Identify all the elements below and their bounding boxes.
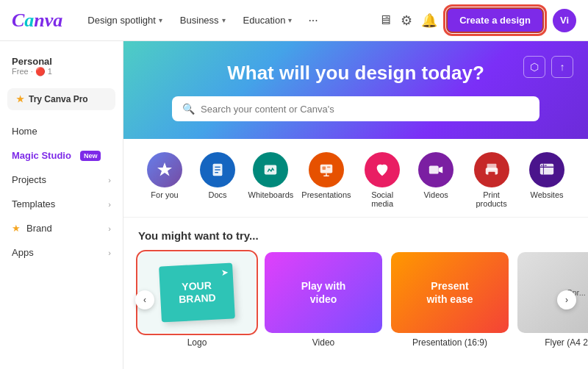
svg-rect-13 [488,172,495,176]
arrow-icon: ➤ [220,268,229,279]
suggestions-container: ‹ YOURBRAND ➤ Logo [138,252,573,348]
account-name: Personal [12,56,111,67]
chevron-right-icon: › [108,200,111,209]
monitor-icon[interactable]: 🖥 [379,12,392,28]
hero-icons: ⬡ ↑ [523,56,573,78]
category-whiteboards[interactable]: Whiteboards [244,149,298,211]
brand-left: ★ Brand [12,223,52,234]
sidebar-item-projects[interactable]: Projects › [0,168,123,192]
bell-icon[interactable]: 🔔 [421,12,437,29]
nav-label: Business [180,15,219,26]
nav-label: Design spotlight [87,15,156,26]
try-canva-pro-button[interactable]: ★ Try Canva Pro [7,88,115,110]
category-docs[interactable]: Docs [191,149,244,211]
create-design-button[interactable]: Create a design [446,7,544,33]
chevron-down-icon: ▾ [159,16,162,24]
category-print-products[interactable]: Print products [462,149,520,211]
nav-design-spotlight[interactable]: Design spotlight ▾ [80,10,170,30]
nav-education[interactable]: Education ▾ [236,10,300,30]
gear-icon[interactable]: ⚙ [401,12,412,29]
category-presentations[interactable]: Presentations [298,149,355,211]
suggestion-flyer-card[interactable]: Spr... [517,252,588,333]
search-icon: 🔍 [182,103,195,115]
chevron-down-icon: ▾ [222,16,226,24]
suggestion-label: Video [265,337,382,348]
svg-point-18 [543,165,545,166]
nav-label: Education [243,15,286,26]
sidebar-account: Personal Free · 🔴 1 [0,50,123,85]
chevron-right-icon: › [108,248,111,257]
svg-rect-9 [327,166,331,168]
category-label: Presentations [301,190,351,199]
suggestions-grid: YOURBRAND ➤ Logo Play withvideo Video [138,252,573,348]
print-icon [474,152,509,187]
nav-more-button[interactable]: ··· [302,10,323,32]
category-label: Print products [467,190,516,208]
svg-rect-10 [429,166,439,174]
suggestion-label: Presentation (16:9) [391,337,509,348]
upload-icon[interactable]: ↑ [551,56,573,78]
category-label: For you [151,190,178,199]
sidebar-item-magic-studio[interactable]: Magic Studio New [0,143,123,168]
scroll-right-button[interactable]: › [557,290,576,309]
sidebar-item-label: Brand [26,223,52,234]
suggestion-flyer-wrap: Spr... Flyer (A4 21 × 2 [517,252,588,348]
sidebar-item-apps[interactable]: Apps › [0,240,123,265]
category-videos[interactable]: Videos [409,149,462,211]
main-nav: Design spotlight ▾ Business ▾ Education … [80,10,323,32]
videos-icon [418,152,453,187]
whiteboard-icon [253,152,288,187]
sidebar-item-label: Magic Studio [12,150,71,161]
video-card-text: Play withvideo [301,279,346,306]
suggestion-video-card[interactable]: Play withvideo [265,252,382,333]
suggestions-section: You might want to try... ‹ YOURBRAND ➤ L… [123,218,588,354]
sidebar-item-label: Projects [12,174,46,185]
star-icon: ★ [16,94,24,104]
header: Canva Design spotlight ▾ Business ▾ Educ… [0,0,588,41]
category-label: Videos [423,190,448,199]
sidebar-item-home[interactable]: Home [0,119,123,143]
chevron-down-icon: ▾ [288,16,292,24]
nav-business[interactable]: Business ▾ [173,10,233,30]
header-right: 🖥 ⚙ 🔔 Create a design Vi [379,7,576,33]
sidebar-item-label: Apps [12,247,34,258]
suggestion-label: Flyer (A4 21 × 2 [517,337,588,348]
suggestion-presentation-card[interactable]: Presentwith ease [391,252,509,333]
main-layout: Personal Free · 🔴 1 ★ Try Canva Pro Home… [0,41,588,369]
sidebar-item-brand[interactable]: ★ Brand › [0,216,123,240]
presentation-icon [309,152,344,187]
category-label: Whiteboards [248,190,294,199]
suggestions-title: You might want to try... [138,229,573,242]
category-for-you[interactable]: For you [138,149,191,211]
scroll-left-button[interactable]: ‹ [135,290,154,309]
canva-logo[interactable]: Canva [12,10,62,32]
sidebar-item-label: Templates [12,198,55,209]
presentation-card-text: Presentwith ease [426,279,473,306]
category-label: Docs [208,190,226,199]
try-pro-label: Try Canva Pro [29,94,88,104]
category-social-media[interactable]: Social media [355,149,409,211]
frame-icon[interactable]: ⬡ [523,56,545,78]
account-sub: Free · 🔴 1 [12,67,111,76]
logo-card-inner: YOURBRAND ➤ [159,262,235,322]
search-input[interactable] [201,104,529,115]
suggestion-video-wrap: Play withvideo Video [265,252,382,348]
svg-rect-8 [322,166,326,170]
svg-point-17 [541,165,542,166]
magic-studio-left: Magic Studio New [12,150,101,161]
suggestion-logo-card[interactable]: YOURBRAND ➤ [138,252,256,333]
logo-card-text: YOURBRAND [178,279,216,306]
avatar[interactable]: Vi [553,9,576,32]
social-media-icon [365,152,400,187]
svg-point-19 [545,165,547,166]
websites-icon [529,152,564,187]
docs-icon [200,152,235,187]
category-websites[interactable]: Websites [520,149,573,211]
sidebar: Personal Free · 🔴 1 ★ Try Canva Pro Home… [0,41,123,369]
new-badge: New [80,151,101,161]
sidebar-item-templates[interactable]: Templates › [0,192,123,216]
for-you-icon [147,152,182,187]
svg-rect-5 [320,165,333,173]
category-label: Social media [359,190,405,208]
categories-row: For you Docs Whiteboards Presentations [123,139,588,218]
